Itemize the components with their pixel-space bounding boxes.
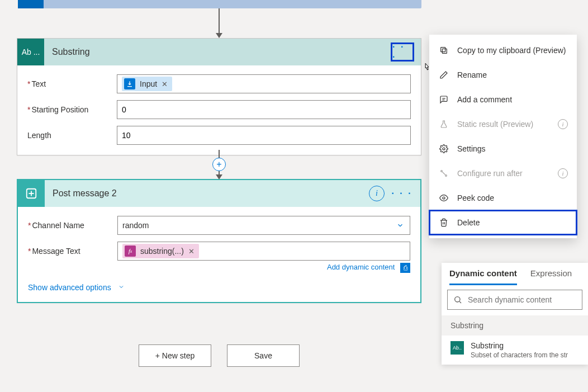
trigger-icon	[18, 0, 44, 8]
action-card-post-message: Post message 2 i · · · *Channel Name ran…	[17, 179, 421, 303]
slack-action-icon	[18, 180, 45, 207]
field-channel-row: *Channel Name random	[28, 216, 410, 235]
menu-comment[interactable]: Add a comment	[429, 87, 577, 112]
card-title: Post message 2	[45, 188, 369, 199]
pencil-icon	[438, 70, 449, 79]
fx-icon: fx	[125, 245, 136, 257]
token-input[interactable]: Input ✕	[122, 77, 172, 91]
dyn-tabs: Dynamic content Expression	[442, 263, 588, 285]
menu-settings[interactable]: Settings	[429, 136, 577, 161]
field-label-text: *Text	[27, 79, 117, 88]
svg-line-12	[459, 301, 461, 303]
menu-copy[interactable]: Copy to my clipboard (Preview)	[429, 38, 577, 63]
svg-rect-4	[441, 48, 445, 52]
search-icon	[453, 295, 462, 304]
tab-expression[interactable]: Expression	[530, 268, 572, 285]
svg-point-7	[443, 148, 445, 150]
start-position-input[interactable]	[122, 105, 406, 114]
bottom-actions: + New step Save	[17, 344, 421, 367]
card-title: Substring	[44, 47, 391, 57]
field-label-channel: *Channel Name	[28, 221, 117, 230]
save-button[interactable]: Save	[227, 344, 300, 367]
card-more-button[interactable]: · · ·	[391, 42, 414, 62]
chevron-down-icon	[118, 284, 125, 290]
trash-icon	[438, 218, 449, 227]
card-header[interactable]: Post message 2 i · · ·	[18, 180, 420, 207]
field-label-length: Length	[27, 131, 117, 140]
field-length-input[interactable]	[117, 126, 411, 145]
menu-delete[interactable]: Delete	[429, 210, 577, 235]
action-context-menu: Copy to my clipboard (Preview) Rename Ad…	[429, 35, 577, 238]
field-text-input[interactable]: Input ✕	[117, 74, 411, 93]
field-length-row: Length	[27, 126, 411, 145]
token-remove-icon[interactable]: ✕	[162, 80, 168, 88]
info-icon[interactable]: i	[369, 186, 385, 201]
connector-arrow	[219, 8, 220, 37]
token-expression[interactable]: fx substring(...) ✕	[122, 244, 199, 258]
menu-configure-run-after: Configure run after i	[429, 161, 577, 186]
menu-rename[interactable]: Rename	[429, 63, 577, 87]
tab-dynamic-content[interactable]: Dynamic content	[449, 268, 517, 285]
channel-value: random	[122, 221, 149, 230]
chevron-down-icon	[396, 221, 404, 229]
flow-icon	[438, 169, 449, 178]
gear-icon	[438, 144, 449, 153]
dyn-group-header: Substring	[442, 315, 588, 336]
dyn-item-desc: Subset of characters from the str	[471, 351, 568, 359]
dyn-item-substring[interactable]: Ab.. Substring Subset of characters from…	[442, 336, 588, 365]
field-message-row: *Message Text fx substring(...) ✕	[28, 242, 410, 261]
svg-point-11	[455, 297, 460, 302]
new-step-button[interactable]: + New step	[139, 344, 211, 367]
info-icon: i	[558, 119, 568, 129]
comment-icon	[438, 95, 449, 104]
menu-static-result: Static result (Preview) i	[429, 112, 577, 136]
menu-peek-code[interactable]: Peek code	[429, 186, 577, 210]
field-label-start: *Starting Position	[27, 105, 117, 114]
svg-rect-3	[442, 49, 447, 53]
substring-action-icon: Ab..	[451, 341, 464, 355]
card-more-button[interactable]: · · ·	[390, 184, 414, 203]
dyn-search[interactable]	[447, 290, 582, 310]
flask-icon	[438, 120, 449, 129]
field-start-row: *Starting Position	[27, 100, 411, 119]
field-text-row: *Text Input ✕	[27, 74, 411, 93]
action-card-substring: Ab ... Substring · · · *Text Input ✕	[17, 38, 421, 155]
trigger-card-partial[interactable]	[18, 0, 421, 8]
add-dynamic-icon: ⎙	[400, 263, 410, 273]
dyn-search-input[interactable]	[468, 295, 576, 304]
dyn-item-title: Substring	[471, 341, 568, 350]
message-text-input[interactable]: fx substring(...) ✕	[117, 242, 410, 261]
card-header[interactable]: Ab ... Substring · · ·	[17, 39, 421, 65]
flow-canvas: Ab ... Substring · · · *Text Input ✕	[0, 0, 588, 392]
svg-point-8	[441, 171, 443, 172]
length-input[interactable]	[122, 131, 406, 140]
token-remove-icon[interactable]: ✕	[188, 247, 195, 256]
add-dynamic-content-link[interactable]: Add dynamic content ⎙	[28, 263, 410, 273]
substring-action-icon: Ab ...	[17, 39, 44, 65]
token-label: Input	[140, 79, 157, 88]
dynamic-value-icon	[124, 78, 135, 89]
eye-icon	[438, 193, 449, 202]
info-icon: i	[558, 168, 568, 178]
copy-icon	[438, 46, 449, 55]
token-label: substring(...)	[140, 247, 184, 256]
channel-select[interactable]: random	[117, 216, 410, 235]
dynamic-content-panel: Dynamic content Expression Substring Ab.…	[442, 263, 588, 365]
field-label-message: *Message Text	[28, 247, 117, 256]
insert-step-button[interactable]: +	[212, 158, 226, 171]
show-advanced-options-link[interactable]: Show advanced options	[28, 277, 410, 292]
svg-point-10	[443, 197, 445, 199]
field-start-input[interactable]	[117, 100, 411, 119]
svg-point-9	[445, 175, 447, 177]
